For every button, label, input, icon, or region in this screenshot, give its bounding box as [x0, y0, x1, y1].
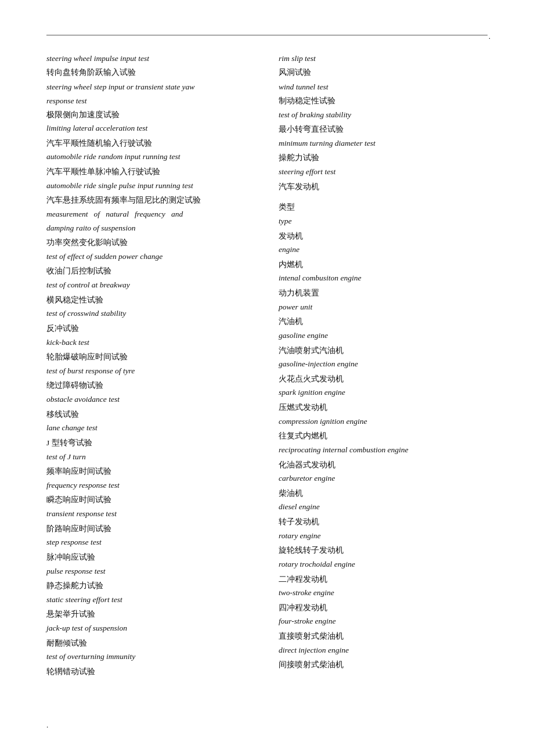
entry-zh: 转向盘转角阶跃输入试验: [46, 66, 255, 80]
entry-zh: 悬架举升试验: [46, 607, 255, 621]
entry-zh: 火花点火式发动机: [279, 372, 488, 386]
entry-zh: 旋轮线转子发动机: [279, 543, 488, 557]
list-item: 内燃机 intenal combusiton engine: [279, 258, 488, 285]
list-item: 静态操舵力试验 static steering effort test: [46, 579, 255, 606]
entry-zh: 绕过障碍物试验: [46, 379, 255, 393]
list-item: 类型 type: [279, 200, 488, 228]
list-item: 操舵力试验 steering effort test: [279, 151, 488, 178]
list-item: 动力机装置 power unit: [279, 286, 488, 314]
entry-zh: 动力机装置: [279, 286, 488, 300]
list-item: 往复式内燃机 reciprocating internal combustion…: [279, 429, 488, 456]
entry-zh: J 型转弯试验: [46, 436, 255, 450]
entry-en: rotary trochoidal engine: [279, 557, 488, 571]
entry-en: power unit: [279, 300, 488, 314]
entry-en: gasoline engine: [279, 329, 488, 343]
entry-zh: 轮胎爆破响应时间试验: [46, 350, 255, 364]
entry-zh: 压燃式发动机: [279, 401, 488, 415]
entry-en: type: [279, 214, 488, 228]
entry-zh: 反冲试验: [46, 322, 255, 336]
entry-en: engine: [279, 243, 488, 257]
entry-zh: 往复式内燃机: [279, 429, 488, 443]
list-item: 收油门后控制试验 test of control at breakway: [46, 264, 255, 291]
entry-en: steering wheel step input or transient s…: [46, 80, 255, 94]
entry-en2: test of braking stability: [279, 108, 488, 122]
entry-zh: 直接喷射式柴油机: [279, 629, 488, 643]
list-item: 柴油机 diesel engine: [279, 487, 488, 514]
entry-en: direct injection engine: [279, 643, 488, 657]
list-item: 汽油喷射式汽油机 gasoline-injection engine: [279, 344, 488, 371]
dot-bottom-left: .: [46, 721, 48, 730]
entry-en: test of crosswind stability: [46, 307, 255, 321]
entry-zh: 四冲程发动机: [279, 601, 488, 615]
entry-en: measurement of natural frequency and: [46, 207, 255, 221]
entry-en: test of burst response of tyre: [46, 364, 255, 378]
entry-en: carburetor engine: [279, 471, 488, 485]
list-item: 化油器式发动机 carburetor engine: [279, 458, 488, 485]
list-item: 绕过障碍物试验 obstacle avoidance test: [46, 379, 255, 406]
list-item: 瞬态响应时间试验 transient response test: [46, 493, 255, 520]
entry-zh: 汽车悬挂系统固有频率与阻尼比的测定试验: [46, 193, 255, 207]
entry-zh: 阶路响应时间试验: [46, 522, 255, 536]
entry-en: minimum turning diameter test: [279, 136, 488, 150]
list-item: 横风稳定性试验 test of crosswind stability: [46, 293, 255, 321]
entry-zh: 汽车平顺性单脉冲输入行驶试验: [46, 165, 255, 179]
list-item: 最小转弯直径试验 minimum turning diameter test: [279, 123, 488, 150]
entry-zh: 汽油机: [279, 315, 488, 329]
list-item: 四冲程发动机 four-stroke engine: [279, 601, 488, 628]
entry-zh: 功率突然变化影响试验: [46, 236, 255, 250]
entry-zh: 汽车平顺性随机输入行驶试验: [46, 136, 255, 150]
entry-zh: 静态操舵力试验: [46, 579, 255, 593]
page: . steering wheel impulse input test 转向盘转…: [0, 0, 534, 715]
list-item: 功率突然变化影响试验 test of effect of sudden powe…: [46, 236, 255, 263]
list-item: 悬架举升试验 jack-up test of suspension: [46, 607, 255, 635]
list-item: J 型转弯试验 test of J turn: [46, 436, 255, 463]
list-item: 压燃式发动机 compression ignition engine: [279, 401, 488, 428]
list-item: 转子发动机 rotary engine: [279, 515, 488, 542]
entry-en: steering wheel impulse input test: [46, 52, 255, 66]
entry-zh: 柴油机: [279, 487, 488, 501]
entry-en: four-stroke engine: [279, 614, 488, 628]
entry-zh: 瞬态响应时间试验: [46, 493, 255, 507]
entry-en: test of control at breakway: [46, 278, 255, 292]
entry-zh: 移线试验: [46, 408, 255, 422]
entry-en: rim slip test: [279, 52, 488, 66]
list-item: 汽车悬挂系统固有频率与阻尼比的测定试验 measurement of natur…: [46, 193, 255, 235]
list-item: 耐翻倾试验 test of overturning immunity: [46, 636, 255, 664]
entry-en: test of J turn: [46, 450, 255, 464]
entry-en: test of effect of sudden power change: [46, 250, 255, 264]
list-item: 频率响应时间试验 frequency response test: [46, 465, 255, 492]
list-item: steering wheel impulse input test 转向盘转角阶…: [46, 52, 255, 79]
list-item: 直接喷射式柴油机 direct injection engine: [279, 629, 488, 657]
entry-zh: 频率响应时间试验: [46, 465, 255, 478]
list-item: 旋轮线转子发动机 rotary trochoidal engine: [279, 543, 488, 571]
entry-en: lane change test: [46, 421, 255, 435]
entry-en: steering effort test: [279, 165, 488, 179]
entry-zh: 类型: [279, 200, 488, 214]
dot-top-right: .: [489, 32, 490, 41]
list-item: 发动机 engine: [279, 229, 488, 257]
top-divider: [46, 35, 488, 35]
list-item: 火花点火式发动机 spark ignition engine: [279, 372, 488, 399]
entry-zh: 轮辋错动试验: [46, 665, 255, 679]
entry-en: pulse response test: [46, 564, 255, 578]
entry-zh: 耐翻倾试验: [46, 636, 255, 650]
entry-zh: 间接喷射式柴油机: [279, 658, 488, 672]
entry-zh: 内燃机: [279, 258, 488, 272]
entry-en: obstacle avoidance test: [46, 393, 255, 406]
entry-en: reciprocating internal combustion engine: [279, 443, 488, 457]
entry-zh: 脉冲响应试验: [46, 550, 255, 564]
entry-en-cont: damping raito of suspension: [46, 221, 255, 235]
entry-en: two-stroke engine: [279, 586, 488, 600]
entry-en: transient response test: [46, 507, 255, 521]
list-item: 脉冲响应试验 pulse response test: [46, 550, 255, 578]
list-item: 汽车平顺性单脉冲输入行驶试验 automobile ride single pu…: [46, 165, 255, 192]
entry-en: automobile ride single pulse input runni…: [46, 179, 255, 193]
list-item: 二冲程发动机 two-stroke engine: [279, 573, 488, 600]
entry-zh: 风洞试验: [279, 66, 488, 80]
entry-zh: 制动稳定性试验: [279, 94, 488, 108]
entry-en: automobile ride random input running tes…: [46, 150, 255, 164]
list-item: 间接喷射式柴油机: [279, 658, 488, 672]
entry-zh: 二冲程发动机: [279, 573, 488, 586]
list-item: 移线试验 lane change test: [46, 408, 255, 435]
list-item: 轮辋错动试验: [46, 665, 255, 679]
